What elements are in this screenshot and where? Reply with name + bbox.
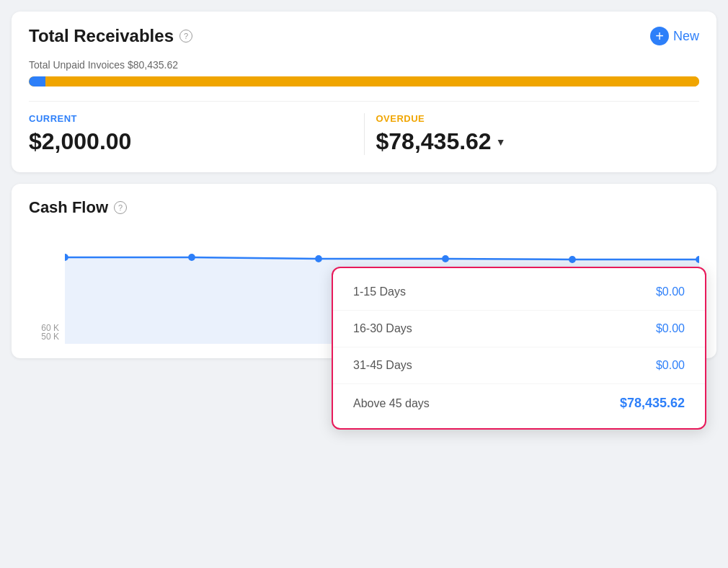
cash-flow-header: Cash Flow ?	[29, 198, 699, 217]
row-label-1-15: 1-15 Days	[353, 285, 406, 298]
chart-y-labels: 60 K 50 K	[29, 228, 65, 344]
overdue-label: OVERDUE	[376, 113, 700, 124]
page: Total Receivables ? + New Total Unpaid I…	[0, 0, 728, 568]
row-value-above-45: $78,435.62	[620, 396, 685, 411]
overdue-stat[interactable]: OVERDUE $78,435.62 ▼	[365, 113, 700, 155]
chart-label-50k: 50 K	[29, 332, 65, 344]
receivables-title: Total Receivables	[29, 26, 174, 46]
cash-flow-help-icon[interactable]: ?	[114, 201, 127, 214]
dropdown-row-above-45[interactable]: Above 45 days $78,435.62	[333, 384, 705, 422]
card-header: Total Receivables ? + New	[29, 26, 699, 46]
current-stat: CURRENT $2,000.00	[29, 113, 365, 155]
row-label-31-45: 31-45 Days	[353, 359, 412, 372]
progress-bar	[29, 76, 699, 86]
svg-point-5	[569, 256, 576, 263]
current-value: $2,000.00	[29, 128, 352, 155]
overdue-breakdown-dropdown: 1-15 Days $0.00 16-30 Days $0.00 31-45 D…	[332, 267, 706, 430]
current-label: CURRENT	[29, 113, 352, 124]
progress-bar-current	[29, 76, 45, 86]
row-label-above-45: Above 45 days	[353, 397, 430, 410]
unpaid-invoices-label: Total Unpaid Invoices $80,435.62	[29, 59, 699, 71]
cash-flow-title: Cash Flow	[29, 198, 108, 217]
new-button-plus-icon: +	[650, 27, 669, 45]
overdue-dropdown-arrow: ▼	[496, 136, 506, 148]
stats-row: CURRENT $2,000.00 OVERDUE $78,435.62 ▼	[29, 101, 699, 155]
new-button[interactable]: + New	[650, 27, 699, 45]
row-value-1-15: $0.00	[656, 285, 685, 298]
svg-point-4	[442, 255, 449, 262]
title-group: Total Receivables ?	[29, 26, 192, 46]
svg-point-2	[188, 254, 195, 261]
svg-point-3	[315, 255, 322, 262]
dropdown-row-16-30[interactable]: 16-30 Days $0.00	[333, 311, 705, 347]
dropdown-row-1-15[interactable]: 1-15 Days $0.00	[333, 274, 705, 311]
progress-bar-overdue	[45, 76, 699, 86]
row-label-16-30: 16-30 Days	[353, 322, 412, 335]
dropdown-row-31-45[interactable]: 31-45 Days $0.00	[333, 347, 705, 384]
row-value-31-45: $0.00	[656, 359, 685, 372]
row-value-16-30: $0.00	[656, 322, 685, 335]
receivables-card: Total Receivables ? + New Total Unpaid I…	[12, 12, 716, 172]
receivables-help-icon[interactable]: ?	[179, 30, 192, 43]
overdue-value: $78,435.62 ▼	[376, 128, 700, 155]
